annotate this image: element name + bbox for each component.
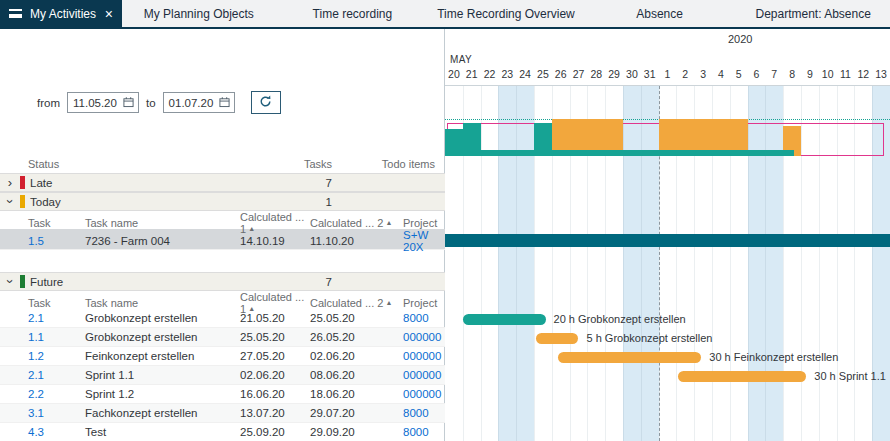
calculated-1-cell: 21.05.20 xyxy=(240,312,310,324)
table-column-header-row: StatusTasksTodo items xyxy=(0,155,445,173)
expand-chevron-icon[interactable]: › xyxy=(4,199,17,203)
tab-time-recording[interactable]: Time recording xyxy=(276,0,430,27)
task-row[interactable]: 2.2Sprint 1.216.06.2018.06.20000000 xyxy=(0,385,445,404)
task-name-cell: Grobkonzept erstellen xyxy=(85,331,240,343)
task-id-link[interactable]: 3.1 xyxy=(0,407,85,419)
to-label: to xyxy=(146,97,156,109)
from-date-input[interactable]: 11.05.20 xyxy=(67,92,139,113)
date-range-controls: from 11.05.20 to 01.07.20 xyxy=(37,91,281,114)
gantt-task-bar[interactable] xyxy=(536,333,579,344)
calendar-icon[interactable] xyxy=(123,96,134,110)
task-id-link[interactable]: 1.5 xyxy=(0,235,85,247)
gantt-bar-label: 30 h Feinkonzept erstellen xyxy=(709,352,838,363)
task-column-header: Task xyxy=(0,297,85,309)
project-link[interactable]: 000000 xyxy=(403,331,445,343)
active-tab-label: My Activities xyxy=(30,7,97,21)
calculated-2-cell: 26.05.20 xyxy=(310,331,403,343)
expand-chevron-icon[interactable]: › xyxy=(4,279,17,283)
tab-my-planning-objects[interactable]: My Planning Objects xyxy=(122,0,276,27)
to-date-value: 01.07.20 xyxy=(169,97,216,109)
refresh-icon xyxy=(258,94,273,112)
task-id-link[interactable]: 1.2 xyxy=(0,350,85,362)
task-id-link[interactable]: 4.3 xyxy=(0,426,85,438)
task-row[interactable]: 4.3Test25.09.2029.09.208000 xyxy=(0,423,445,441)
gantt-task-bar[interactable] xyxy=(678,371,806,382)
project-link[interactable]: 8000 xyxy=(403,407,445,419)
task-column-header: Calculated ... 1▲ xyxy=(240,211,310,235)
tasks-column-header: Tasks xyxy=(250,158,332,170)
project-link[interactable]: 8000 xyxy=(403,426,445,438)
gantt-day-label: 31 xyxy=(641,68,659,80)
task-row[interactable]: 1.57236 - Farm 00414.10.1911.10.20S+W 20… xyxy=(0,229,445,250)
gantt-day-label: 21 xyxy=(463,68,481,80)
task-row[interactable]: 1.2Feinkonzept erstellen27.05.2002.06.20… xyxy=(0,347,445,366)
group-row-late[interactable]: ›Late7 xyxy=(0,173,445,192)
gantt-day-label: 23 xyxy=(498,68,516,80)
to-date-input[interactable]: 01.07.20 xyxy=(163,92,235,113)
project-link[interactable]: 000000 xyxy=(403,350,445,362)
group-tasks-count: 7 xyxy=(250,276,332,288)
tab-absence[interactable]: Absence xyxy=(583,0,737,27)
gantt-task-bar[interactable] xyxy=(463,314,546,325)
gantt-task-bar[interactable] xyxy=(558,352,701,363)
utilization-baseline-strip xyxy=(445,150,794,156)
gantt-day-label: 25 xyxy=(534,68,552,80)
task-column-header: Calculated ... 2▲ xyxy=(310,217,403,229)
group-name: Future xyxy=(30,276,250,288)
task-row[interactable]: 2.1Grobkonzept erstellen21.05.2025.05.20… xyxy=(0,309,445,328)
calculated-1-cell: 14.10.19 xyxy=(240,235,310,247)
expand-chevron-icon[interactable]: › xyxy=(8,176,12,189)
calculated-2-cell: 18.06.20 xyxy=(310,388,403,400)
from-label: from xyxy=(37,97,60,109)
project-link[interactable]: 8000 xyxy=(403,312,445,324)
task-column-header: Task name xyxy=(85,217,240,229)
group-row-future[interactable]: ›Future7 xyxy=(0,272,445,291)
calculated-2-cell: 25.05.20 xyxy=(310,312,403,324)
calendar-icon[interactable] xyxy=(219,96,230,110)
gantt-day-label: 9 xyxy=(801,68,819,80)
task-column-header: Calculated ... 2▲ xyxy=(310,297,403,309)
calculated-2-cell: 29.07.20 xyxy=(310,407,403,419)
task-id-link[interactable]: 2.2 xyxy=(0,388,85,400)
from-date-value: 11.05.20 xyxy=(73,97,120,109)
task-id-link[interactable]: 2.1 xyxy=(0,369,85,381)
gantt-day-label: 2 xyxy=(676,68,694,80)
gantt-day-label: 6 xyxy=(748,68,766,80)
menu-icon[interactable] xyxy=(9,9,22,18)
todo-items-column-header: Todo items xyxy=(332,158,435,170)
project-link[interactable]: S+W 20X xyxy=(403,229,445,253)
tab-my-activities[interactable]: My Activities × xyxy=(0,0,122,27)
calculated-2-cell: 11.10.20 xyxy=(310,235,403,247)
tab-time-recording-overview[interactable]: Time Recording Overview xyxy=(429,0,583,27)
sort-ascending-icon: ▲ xyxy=(248,225,255,232)
tab-department-absence[interactable]: Department: Absence xyxy=(736,0,890,27)
sort-ascending-icon: ▲ xyxy=(385,219,392,226)
calculated-1-cell: 27.05.20 xyxy=(240,350,310,362)
task-row[interactable]: 1.1Grobkonzept erstellen25.05.2026.05.20… xyxy=(0,328,445,347)
close-icon[interactable]: × xyxy=(105,7,113,21)
gantt-day-label: 12 xyxy=(854,68,872,80)
project-link[interactable]: 000000 xyxy=(403,388,445,400)
gantt-day-label: 29 xyxy=(605,68,623,80)
task-name-cell: Feinkonzept erstellen xyxy=(85,350,240,362)
gantt-day-label: 27 xyxy=(570,68,588,80)
gantt-day-label: 26 xyxy=(552,68,570,80)
calculated-2-cell: 29.09.20 xyxy=(310,426,403,438)
gantt-bar-label: 30 h Sprint 1.1 xyxy=(814,371,886,382)
task-id-link[interactable]: 2.1 xyxy=(0,312,85,324)
task-row[interactable]: 3.1Fachkonzept erstellen13.07.2029.07.20… xyxy=(0,404,445,423)
group-row-today[interactable]: ›Today1 xyxy=(0,192,445,211)
task-column-header-row: TaskTask nameCalculated ... 1▲Calculated… xyxy=(0,211,445,229)
project-link[interactable]: 000000 xyxy=(403,369,445,381)
group-name: Late xyxy=(30,177,250,189)
gantt-day-label: 28 xyxy=(587,68,605,80)
gantt-day-label: 11 xyxy=(837,68,855,80)
task-row[interactable]: 2.1Sprint 1.102.06.2008.06.20000000 xyxy=(0,366,445,385)
calculated-1-cell: 02.06.20 xyxy=(240,369,310,381)
calculated-1-cell: 25.09.20 xyxy=(240,426,310,438)
gantt-day-label: 30 xyxy=(623,68,641,80)
refresh-button[interactable] xyxy=(251,91,281,114)
project-summary-bar[interactable] xyxy=(445,234,890,247)
gantt-day-label: 13 xyxy=(872,68,890,80)
task-id-link[interactable]: 1.1 xyxy=(0,331,85,343)
